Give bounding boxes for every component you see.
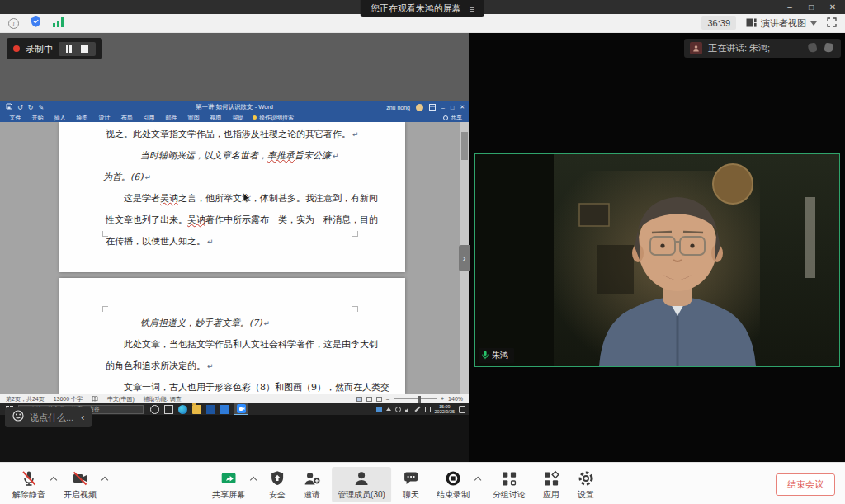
mic-muted-icon (20, 469, 38, 488)
toolbar-camera-off-button[interactable]: 开启视频 (58, 467, 102, 502)
zoom-slider[interactable] (394, 398, 437, 399)
window-maximize-button[interactable]: □ (800, 0, 822, 14)
word-tab-9[interactable]: 审阅 (182, 114, 205, 122)
meeting-app-taskbar-button[interactable] (234, 403, 248, 415)
save-icon[interactable] (6, 103, 12, 111)
word-tab-3[interactable]: 插入 (49, 114, 71, 122)
ribbon-display-icon[interactable] (429, 104, 436, 111)
toolbar-invite-button[interactable]: 邀请 (297, 467, 327, 502)
pilcrow-mark: ↵ (145, 173, 152, 181)
reply-hand-icon[interactable] (822, 41, 835, 56)
proofing-book-icon[interactable] (92, 396, 98, 403)
read-mode-icon[interactable] (356, 397, 362, 402)
file-explorer-icon[interactable] (192, 405, 201, 414)
volume-icon[interactable] (405, 407, 410, 412)
chevron-up-icon[interactable] (50, 477, 57, 483)
word-window: ↺ ↻ ✎ 第一讲 如何认识散文 - Word zhu hong – □ ✕ (0, 101, 469, 403)
word-scrollbar-thumb[interactable] (461, 132, 468, 160)
word-tab-5[interactable]: 设计 (93, 114, 116, 122)
cloud-icon[interactable] (395, 407, 401, 412)
status-accessibility[interactable]: 辅助功能: 调查 (144, 395, 182, 403)
banner-menu-icon[interactable]: ≡ (470, 4, 474, 14)
pause-recording-button[interactable] (63, 44, 75, 54)
status-word-count[interactable]: 13600 个字 (54, 395, 83, 403)
input-panel-icon[interactable] (376, 407, 382, 412)
toolbar-label: 开启视频 (64, 489, 97, 501)
word-tab-1[interactable]: 文件 (4, 114, 26, 122)
zoom-percentage[interactable]: 140% (448, 396, 463, 402)
word-tab-10[interactable]: 视图 (205, 114, 227, 122)
word-tab-7[interactable]: 引用 (138, 114, 160, 122)
chat-input-placeholder[interactable]: 说点什么... (30, 412, 73, 424)
fullscreen-icon[interactable] (827, 16, 837, 31)
word-tab-4[interactable]: 绘图 (71, 114, 93, 122)
toolbar-mic-muted-button[interactable]: 解除静音 (7, 467, 51, 502)
toolbar-breakout-button[interactable]: 分组讨论 (487, 467, 531, 502)
word-share-button[interactable]: 共享 (443, 114, 469, 122)
status-page-count[interactable]: 第2页，共24页 (6, 395, 45, 403)
toolbar-apps-button[interactable]: 应用 (536, 467, 566, 502)
toolbar-members-button[interactable]: 管理成员(30) (332, 467, 391, 502)
taskbar-clock[interactable]: 15:09 2022/9/25 (435, 404, 455, 414)
window-close-button[interactable]: ✕ (822, 0, 843, 14)
chat-quick-input[interactable]: 说点什么... ‹ (5, 407, 92, 427)
person-icon (443, 115, 448, 120)
pen-tray-icon[interactable] (414, 406, 420, 412)
chevron-up-icon[interactable] (101, 477, 108, 483)
action-center-icon[interactable] (459, 406, 465, 413)
redo-icon[interactable]: ↻ (28, 104, 34, 111)
toolbar-stop-record-button[interactable]: 结束录制 (431, 467, 475, 502)
cortana-icon[interactable] (150, 405, 159, 414)
emoji-smiley-icon[interactable] (12, 410, 24, 425)
margin-mark (102, 306, 108, 312)
edge-browser-icon[interactable] (178, 405, 187, 414)
word-account-name[interactable]: zhu hong (386, 105, 410, 111)
word-tab-11[interactable]: 帮助 (227, 114, 249, 122)
ime-mode-icon[interactable] (425, 407, 431, 412)
word-document-area: 视之。此处文章指文学作品，也指涉及社稷之论的其它著作。↵当时辅翊兴运，以文章名世… (0, 122, 469, 394)
word-minimize-button[interactable]: – (441, 105, 445, 111)
status-language[interactable]: 中文(中国) (107, 395, 135, 403)
toolbar-chat-button[interactable]: 聊天 (396, 467, 426, 502)
collapse-chat-icon[interactable]: ‹ (81, 412, 84, 423)
word-tab-8[interactable]: 邮件 (160, 114, 182, 122)
speaker-avatar (690, 42, 702, 54)
encryption-shield-icon[interactable] (31, 16, 41, 31)
word-close-button[interactable]: ✕ (460, 104, 465, 111)
toolbar-share-screen-button[interactable]: 共享屏幕 (206, 467, 251, 502)
web-layout-icon[interactable] (376, 397, 382, 402)
view-mode-switcher[interactable]: 演讲者视图 (746, 17, 817, 30)
zoom-slider-thumb[interactable] (418, 396, 421, 403)
word-account-avatar[interactable] (416, 104, 423, 111)
zoom-in-icon[interactable]: + (441, 396, 444, 402)
recording-dot-icon (13, 45, 20, 52)
speaker-video-tile[interactable]: 朱鸿 (474, 153, 840, 367)
word-tab-2[interactable]: 开始 (26, 114, 49, 122)
raise-hand-icon[interactable] (806, 41, 819, 56)
stop-recording-button[interactable] (81, 45, 88, 53)
chevron-up-icon[interactable] (474, 477, 481, 483)
undo-icon[interactable]: ↺ (17, 104, 23, 111)
chevron-up-icon[interactable] (250, 477, 257, 483)
meeting-info-icon[interactable]: i (8, 18, 19, 29)
word-document-title: 第一讲 如何认识散文 - Word (196, 103, 273, 111)
doc-line: 当时辅翊兴运，以文章名世者，率推承旨宋公濂↵ (140, 145, 405, 167)
word-restore-button[interactable]: □ (451, 105, 454, 111)
task-view-icon[interactable] (164, 405, 173, 414)
toolbar-settings-button[interactable]: 设置 (571, 467, 601, 502)
print-layout-icon[interactable] (366, 397, 372, 402)
zoom-out-icon[interactable]: – (386, 396, 389, 402)
network-signal-icon[interactable] (53, 16, 64, 31)
tray-expand-icon[interactable] (386, 407, 391, 411)
tell-me-box[interactable]: 操作说明搜索 (253, 114, 294, 122)
pen-icon[interactable]: ✎ (38, 104, 44, 111)
speaking-label: 正在讲话: 朱鸿; (708, 42, 770, 54)
end-meeting-button[interactable]: 结束会议 (776, 473, 835, 496)
panel-expander[interactable]: › (459, 245, 470, 271)
word-tab-6[interactable]: 布局 (116, 114, 138, 122)
meeting-timer: 36:39 (701, 16, 736, 30)
window-minimize-button[interactable]: – (779, 0, 800, 14)
toolbar-security-shield-button[interactable]: 安全 (262, 467, 292, 502)
app-icon[interactable] (220, 405, 229, 414)
word-app-icon[interactable] (206, 405, 215, 414)
